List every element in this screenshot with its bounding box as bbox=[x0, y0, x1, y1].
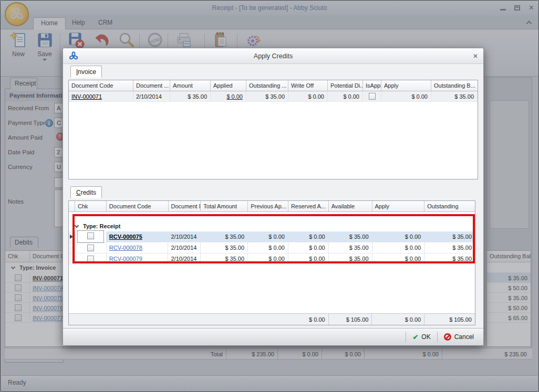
summary-available: $ 105.00 bbox=[329, 314, 372, 325]
ok-check-icon: ✔ bbox=[412, 333, 418, 341]
credits-grid: Chk Document Code Document D... Total Am… bbox=[68, 200, 475, 325]
invoice-col[interactable]: Apply bbox=[381, 80, 431, 91]
credits-col[interactable]: Chk bbox=[75, 201, 107, 211]
cancel-button-label: Cancel bbox=[454, 333, 474, 341]
application-window: Receipt - [To be generated] - Abby Sciut… bbox=[0, 0, 539, 392]
credits-group-label: Type: Receipt bbox=[83, 223, 120, 229]
cancel-prohibit-icon bbox=[444, 333, 451, 341]
invoice-col[interactable]: IsAppli... bbox=[363, 80, 381, 91]
credits-group-row[interactable]: Type: Receipt bbox=[69, 221, 475, 231]
credits-col[interactable]: Outstanding bbox=[424, 201, 475, 211]
isapplied-checkbox[interactable] bbox=[369, 93, 376, 100]
tab-credits[interactable]: Credits bbox=[70, 186, 102, 198]
credit-document-link[interactable]: RCV-000075 bbox=[109, 234, 142, 240]
credits-col[interactable]: Available bbox=[329, 201, 372, 211]
credits-col[interactable]: Reserved A... bbox=[288, 201, 329, 211]
summary-outstanding: $ 105.00 bbox=[424, 314, 475, 325]
invoice-col[interactable]: Document ... bbox=[133, 80, 170, 91]
dialog-button-bar: ✔ OK Cancel bbox=[63, 328, 483, 345]
credit-document-link[interactable]: RCV-000078 bbox=[109, 245, 142, 251]
separator bbox=[406, 332, 406, 342]
invoice-col[interactable]: Potential Di... bbox=[328, 80, 363, 91]
credit-checkbox[interactable] bbox=[87, 256, 94, 262]
invoice-grid: Document Code Document ... Amount Applie… bbox=[68, 80, 478, 179]
invoice-row[interactable]: INV-000071 2/10/2014 $ 35.00 $ 0.00 $ 35… bbox=[69, 91, 478, 102]
ok-button[interactable]: ✔ OK bbox=[407, 331, 436, 343]
credits-col[interactable]: Document D... bbox=[169, 201, 201, 211]
credits-col[interactable]: Total Amount bbox=[201, 201, 248, 211]
cancel-button[interactable]: Cancel bbox=[439, 331, 479, 343]
credits-col[interactable]: Apply bbox=[372, 201, 425, 211]
row-indicator-icon bbox=[70, 235, 73, 239]
invoice-col[interactable]: Write Off bbox=[288, 80, 328, 91]
ok-button-label: OK bbox=[421, 333, 430, 341]
invoice-col[interactable]: Document Code bbox=[69, 80, 133, 91]
tab-invoice[interactable]: Invoice bbox=[70, 66, 102, 78]
credit-checkbox[interactable] bbox=[87, 232, 94, 239]
summary-reserved: $ 0.00 bbox=[288, 314, 329, 325]
invoice-col[interactable]: Outstanding B... bbox=[431, 80, 477, 91]
document-link[interactable]: INV-000071 bbox=[71, 93, 102, 100]
separator bbox=[437, 332, 438, 342]
dialog-title: Apply Credits bbox=[63, 52, 483, 60]
credits-summary-row: $ 0.00 $ 105.00 $ 0.00 $ 105.00 bbox=[69, 313, 475, 325]
dialog-close-icon[interactable]: ✕ bbox=[473, 52, 478, 60]
credit-document-link[interactable]: RCV-000079 bbox=[109, 256, 142, 262]
summary-apply: $ 0.00 bbox=[372, 314, 424, 325]
applied-link[interactable]: $ 0.00 bbox=[226, 93, 243, 100]
apply-credits-dialog: Apply Credits ✕ Invoice Document Code Do… bbox=[63, 48, 484, 346]
invoice-col[interactable]: Outstanding ... bbox=[246, 80, 288, 91]
chevron-down-icon bbox=[75, 224, 79, 228]
credits-col[interactable]: Document Code bbox=[107, 201, 169, 211]
credit-row[interactable]: RCV-000079 2/10/2014 $ 35.00 $ 0.00 $ 0.… bbox=[69, 253, 475, 264]
invoice-col[interactable]: Amount bbox=[170, 80, 211, 91]
credit-row[interactable]: RCV-000075 2/10/2014 $ 35.00 $ 0.00 $ 0.… bbox=[69, 231, 475, 242]
credit-checkbox[interactable] bbox=[87, 245, 94, 251]
dialog-titlebar: Apply Credits ✕ bbox=[63, 48, 483, 64]
credits-col[interactable]: Previous Ap... bbox=[248, 201, 288, 211]
credit-row[interactable]: RCV-000078 2/10/2014 $ 35.00 $ 0.00 $ 0.… bbox=[69, 242, 475, 253]
invoice-col[interactable]: Applied bbox=[211, 80, 246, 91]
